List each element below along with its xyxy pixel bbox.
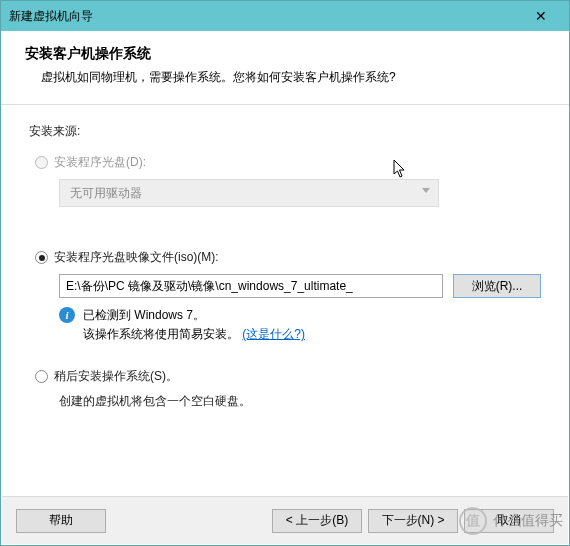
page-title: 安装客户机操作系统: [25, 45, 545, 63]
wizard-footer: 帮助 < 上一步(B) 下一步(N) > 取消: [2, 496, 568, 544]
help-button[interactable]: 帮助: [16, 509, 106, 533]
info-icon: i: [59, 307, 75, 323]
titlebar: 新建虚拟机向导 ✕: [1, 1, 569, 31]
what-is-this-link[interactable]: (这是什么?): [242, 327, 305, 341]
option-installer-disc-label: 安装程序光盘(D):: [54, 154, 146, 171]
later-hint: 创建的虚拟机将包含一个空白硬盘。: [59, 393, 541, 410]
back-button[interactable]: < 上一步(B): [272, 509, 362, 533]
option-installer-disc: 安装程序光盘(D):: [35, 154, 541, 171]
browse-button[interactable]: 浏览(R)...: [453, 274, 541, 298]
next-button[interactable]: 下一步(N) >: [368, 509, 458, 533]
option-iso-label: 安装程序光盘映像文件(iso)(M):: [54, 249, 219, 266]
detect-line-2: 该操作系统将使用简易安装。 (这是什么?): [83, 325, 305, 344]
option-later[interactable]: 稍后安装操作系统(S)。: [35, 368, 541, 385]
page-subtitle: 虚拟机如同物理机，需要操作系统。您将如何安装客户机操作系统?: [25, 69, 545, 86]
window-title: 新建虚拟机向导: [9, 8, 521, 25]
radio-iso[interactable]: [35, 251, 48, 264]
drive-combo: 无可用驱动器: [59, 179, 439, 207]
drive-combo-text: 无可用驱动器: [70, 185, 142, 202]
close-button[interactable]: ✕: [521, 1, 561, 31]
chevron-down-icon: [422, 188, 430, 193]
option-later-label: 稍后安装操作系统(S)。: [54, 368, 178, 385]
wizard-body: 安装来源: 安装程序光盘(D): 无可用驱动器 安装程序光盘映像文件(iso)(…: [1, 105, 569, 420]
iso-path-input[interactable]: [59, 274, 443, 298]
wizard-header: 安装客户机操作系统 虚拟机如同物理机，需要操作系统。您将如何安装客户机操作系统?: [1, 31, 569, 105]
option-iso[interactable]: 安装程序光盘映像文件(iso)(M):: [35, 249, 541, 266]
detect-block: i 已检测到 Windows 7。 该操作系统将使用简易安装。 (这是什么?): [59, 306, 541, 344]
iso-row: 浏览(R)...: [59, 274, 541, 298]
detect-line-1: 已检测到 Windows 7。: [83, 306, 305, 325]
install-source-label: 安装来源:: [29, 123, 541, 140]
cancel-button[interactable]: 取消: [464, 509, 554, 533]
radio-later[interactable]: [35, 370, 48, 383]
radio-installer-disc: [35, 156, 48, 169]
